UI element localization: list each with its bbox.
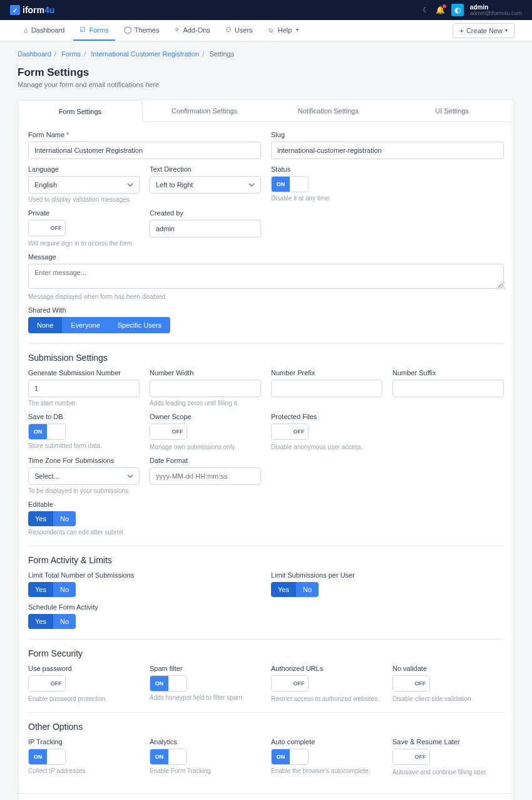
ip-tracking-toggle[interactable]: ON [28,749,66,765]
user-info[interactable]: admin admin@iform4u.com [470,4,522,17]
breadcrumb-dashboard[interactable]: Dashboard [18,50,51,58]
users-icon: ⚇ [225,26,232,34]
page: Dashboard/ Forms/ International Customer… [0,41,532,800]
save-resume-toggle[interactable]: OFF [392,749,430,765]
spam-filter-toggle[interactable]: ON [150,675,187,692]
num-prefix-input[interactable] [271,380,382,397]
num-width-input[interactable] [150,380,261,397]
timezone-select[interactable]: Select... [28,467,140,485]
help-save-db: Store submitted form data. [28,442,140,449]
tab-form-settings[interactable]: Form Settings [18,100,143,122]
label-spam-filter: Spam filter [150,665,261,672]
label-message: Message [28,253,504,261]
language-select[interactable]: English [28,176,140,194]
nav-addons[interactable]: ✧Add-Ons [168,20,216,41]
create-new-button[interactable]: +Create New▾ [453,23,514,38]
label-status: Status [271,165,504,173]
date-format-input[interactable] [150,467,261,485]
label-analytics: Analytics [150,738,261,745]
message-textarea[interactable] [28,264,504,289]
text-direction-select[interactable]: Left to Right [150,176,261,194]
form-name-input[interactable] [28,142,261,159]
limit-total-yes[interactable]: Yes [28,582,53,597]
help-protected-files: Disable anonymous user access. [271,444,382,450]
label-slug: Slug [271,131,504,138]
use-password-toggle[interactable]: OFF [28,675,66,692]
help-owner-scope: Manage own submissions only. [150,444,261,450]
help-num-width: Adds leading zeros until filling it. [150,400,261,407]
shared-none[interactable]: None [28,317,62,333]
tab-ui[interactable]: UI Settings [390,100,514,122]
label-private: Private [28,209,140,217]
schedule-no[interactable]: No [53,614,76,629]
label-protected-files: Protected Files [271,413,382,420]
shared-everyone[interactable]: Everyone [62,317,108,333]
autocomplete-toggle[interactable]: ON [271,749,309,765]
nav-forms[interactable]: ☑Forms [73,20,115,41]
tab-confirmation[interactable]: Confirmation Settings [143,100,267,122]
theme-toggle-icon[interactable]: ☾ [422,6,429,14]
slug-input[interactable] [271,142,504,159]
tab-notification[interactable]: Notification Settings [267,100,391,122]
breadcrumb: Dashboard/ Forms/ International Customer… [18,50,514,58]
private-toggle[interactable]: OFF [28,220,66,236]
label-ip-tracking: IP Tracking [28,738,140,745]
nav-dashboard[interactable]: ⌂Dashboard [18,20,71,41]
no-validate-toggle[interactable]: OFF [392,675,430,692]
breadcrumb-forms[interactable]: Forms [61,50,81,58]
page-subtitle: Manage your form and email notifications… [18,81,514,88]
home-icon: ⌂ [24,26,28,34]
nav-themes[interactable]: ◯Themes [118,20,166,41]
status-toggle[interactable]: ON [271,176,309,192]
plus-icon: + [459,27,463,34]
nav-users[interactable]: ⚇Users [219,20,259,41]
analytics-toggle[interactable]: ON [150,749,187,765]
help-auth-urls: Restrict access to authorized websites. [271,695,382,702]
help-autocomplete: Enable the browser's autocomplete. [271,767,382,774]
schedule-yes[interactable]: Yes [28,614,53,629]
chevron-down-icon: ▾ [296,27,299,33]
shared-with-group: None Everyone Specific Users [28,317,170,333]
editable-group: YesNo [28,511,76,526]
label-num-prefix: Number Prefix [271,369,382,377]
nav-help[interactable]: ☺Help▾ [262,20,305,41]
label-num-suffix: Number Suffix [392,369,504,377]
protected-files-toggle[interactable]: OFF [271,423,309,440]
label-shared-with: Shared With [28,306,504,314]
help-save-resume: Autosave and continue filling later. [392,769,504,776]
help-message: Message displayed when form has been dis… [28,293,504,300]
limit-total-no[interactable]: No [53,582,76,597]
breadcrumb-form[interactable]: International Customer Registration [91,50,199,58]
editable-no[interactable]: No [53,511,76,526]
num-suffix-input[interactable] [392,380,504,397]
label-limit-user: Limit Submissions per User [271,571,504,579]
label-created-by: Created by [150,209,261,217]
avatar[interactable]: ◐ [451,4,464,16]
help-use-password: Enable password protection. [28,695,140,702]
shared-specific[interactable]: Specific Users [109,317,170,333]
label-gen-sub-num: Generate Submission Number [28,369,140,377]
limit-total-group: YesNo [28,582,76,597]
chevron-down-icon: ▾ [505,28,508,33]
brand-suffix: 4u [44,5,54,15]
help-gen-sub-num: The start number. [28,400,140,407]
auth-urls-toggle[interactable]: OFF [271,675,309,692]
created-by-input[interactable] [150,220,261,237]
notification-dot [442,4,446,8]
editable-yes[interactable]: Yes [28,511,53,526]
notifications-icon[interactable]: 🔔 [436,6,445,14]
save-db-toggle[interactable]: ON [28,423,66,440]
limit-user-no[interactable]: No [296,582,319,597]
topbar-right: ☾ 🔔 ◐ admin admin@iform4u.com [422,4,522,17]
help-icon: ☺ [268,26,275,34]
schedule-group: YesNo [28,614,76,629]
gen-sub-num-input[interactable] [28,380,140,397]
help-spam-filter: Adds honeypot field to filter spam. [150,694,261,701]
limit-user-yes[interactable]: Yes [271,582,296,597]
label-text-direction: Text Direction [150,165,261,173]
section-activity: Form Activity & Limits [28,546,504,565]
label-no-validate: No validate [392,665,504,672]
logo[interactable]: ✓ iform4u [10,5,54,15]
owner-scope-toggle[interactable]: OFF [150,423,187,440]
help-editable: Respondents can edit after submit. [28,529,504,536]
